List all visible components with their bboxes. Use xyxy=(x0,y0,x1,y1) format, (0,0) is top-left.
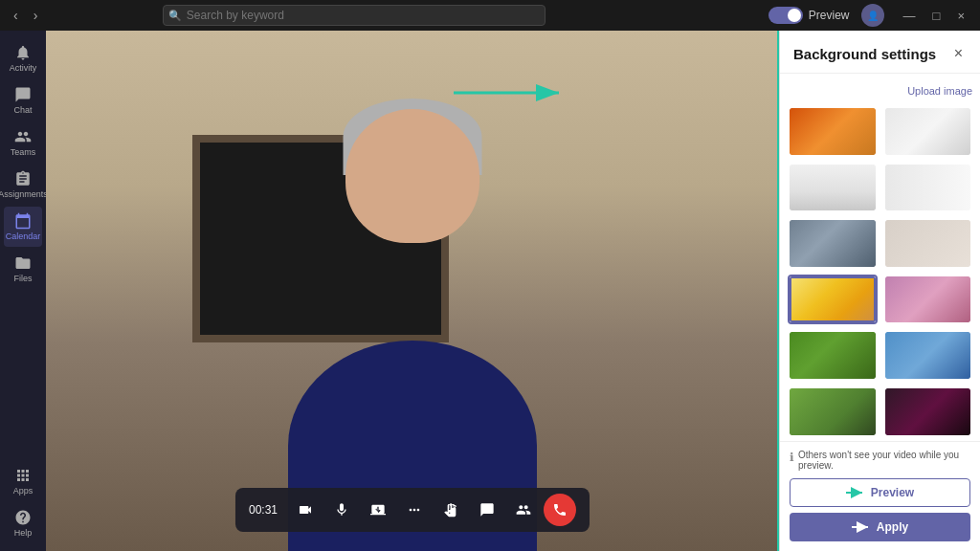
bg-thumb-white-minimal[interactable] xyxy=(788,163,878,213)
sidebar-item-assignments[interactable]: Assignments xyxy=(4,165,42,205)
sidebar-item-calendar-label: Calendar xyxy=(6,231,41,241)
panel-body: Upload image xyxy=(780,74,980,441)
sidebar-item-apps[interactable]: Apps xyxy=(4,461,42,501)
main-container: Activity Chat Teams Assignments Calendar… xyxy=(0,31,980,551)
camera-button[interactable] xyxy=(289,494,322,526)
thumb-orange-inner xyxy=(790,108,876,155)
panel-header: Background settings × xyxy=(780,31,980,74)
bg-thumb-glass-room[interactable] xyxy=(788,218,878,269)
sidebar-item-assignments-label: Assignments xyxy=(0,189,48,199)
apply-btn-label: Apply xyxy=(877,520,908,534)
thumb-minecraft-garden-inner xyxy=(790,332,876,379)
sidebar-item-help-label: Help xyxy=(14,528,33,538)
search-container: 🔍 xyxy=(163,5,546,26)
hangup-button[interactable] xyxy=(544,494,576,526)
panel-close-button[interactable]: × xyxy=(950,44,967,63)
bg-thumb-dark-fantasy[interactable] xyxy=(883,386,973,437)
forward-button[interactable]: › xyxy=(28,6,44,25)
thumb-glass-room-inner xyxy=(790,220,876,267)
thumb-white2-inner xyxy=(885,165,971,211)
bg-thumb-pink-fantasy[interactable] xyxy=(883,275,973,325)
titlebar-right: Preview 👤 — □ × xyxy=(768,4,972,27)
sidebar-item-activity[interactable]: Activity xyxy=(4,38,42,78)
thumb-dark-fantasy-inner xyxy=(885,388,971,435)
arrow-annotation xyxy=(454,78,568,111)
preview-label: Preview xyxy=(809,9,850,22)
maximize-button[interactable]: □ xyxy=(925,7,948,25)
upload-link[interactable]: Upload image xyxy=(907,85,972,97)
bg-thumb-white-room[interactable] xyxy=(883,106,973,157)
info-icon: ℹ xyxy=(790,451,794,464)
titlebar: ‹ › 🔍 Preview 👤 — □ × xyxy=(0,0,980,31)
upload-row: Upload image xyxy=(788,81,972,99)
close-button[interactable]: × xyxy=(949,7,972,25)
sidebar: Activity Chat Teams Assignments Calendar… xyxy=(0,31,46,551)
background-settings-panel: Background settings × Upload image xyxy=(779,31,980,551)
thumb-white-minimal-inner xyxy=(790,165,876,211)
sidebar-item-activity-label: Activity xyxy=(10,63,37,73)
minimize-button[interactable]: — xyxy=(896,7,924,25)
thumb-yellow-art-inner xyxy=(790,276,876,323)
sidebar-item-teams-label: Teams xyxy=(11,147,36,157)
bg-thumb-minecraft-garden[interactable] xyxy=(788,330,878,381)
controls-bar: 00:31 xyxy=(235,488,590,532)
bg-thumb-minecraft-village[interactable] xyxy=(788,386,878,437)
bg-thumb-minecraft-city[interactable] xyxy=(883,330,973,381)
window-controls: — □ × xyxy=(896,7,972,25)
thumb-minecraft-city-inner xyxy=(885,332,971,379)
bg-thumb-orange[interactable] xyxy=(788,106,878,157)
share-button[interactable] xyxy=(362,494,394,526)
sidebar-item-chat[interactable]: Chat xyxy=(4,80,42,121)
thumb-pink-fantasy-inner xyxy=(885,276,971,323)
sidebar-item-files[interactable]: Files xyxy=(4,249,42,289)
thumb-minecraft-village-inner xyxy=(790,388,876,435)
raise-hand-button[interactable] xyxy=(434,494,467,526)
sidebar-item-chat-label: Chat xyxy=(13,105,32,115)
sidebar-item-teams[interactable]: Teams xyxy=(4,122,42,163)
sidebar-item-calendar[interactable]: Calendar xyxy=(4,207,42,247)
search-icon: 🔍 xyxy=(168,10,182,22)
call-timer: 00:31 xyxy=(249,503,278,517)
thumb-white-room-inner xyxy=(885,108,971,155)
sidebar-item-help[interactable]: Help xyxy=(4,503,42,543)
nav-buttons: ‹ › xyxy=(8,6,43,25)
back-button[interactable]: ‹ xyxy=(8,6,24,25)
bg-thumb-yellow-art[interactable] xyxy=(788,275,878,325)
mic-button[interactable] xyxy=(325,494,358,526)
bg-thumb-white2[interactable] xyxy=(883,163,973,213)
thumbnail-grid xyxy=(788,106,972,437)
preview-button[interactable]: Preview xyxy=(790,478,970,507)
panel-footer: ℹ Others won't see your video while you … xyxy=(780,441,980,551)
thumb-light-room-inner xyxy=(885,220,971,267)
avatar[interactable]: 👤 xyxy=(861,4,884,27)
preview-toggle: Preview xyxy=(768,7,850,24)
video-area: 00:31 xyxy=(46,31,779,551)
person-overlay xyxy=(46,31,779,551)
bg-thumb-light-room[interactable] xyxy=(883,218,973,269)
search-input[interactable] xyxy=(163,5,546,26)
sidebar-item-files-label: Files xyxy=(13,274,32,283)
person-head xyxy=(345,109,479,243)
preview-switch[interactable] xyxy=(768,7,803,24)
sidebar-item-apps-label: Apps xyxy=(13,486,33,496)
preview-btn-label: Preview xyxy=(871,486,914,499)
participants-button[interactable] xyxy=(507,494,540,526)
panel-title: Background settings xyxy=(793,46,936,62)
apply-button[interactable]: Apply xyxy=(790,513,970,541)
preview-note: ℹ Others won't see your video while you … xyxy=(790,450,970,471)
chat-button[interactable] xyxy=(471,494,503,526)
more-button[interactable] xyxy=(398,494,431,526)
preview-note-text: Others won't see your video while you pr… xyxy=(798,450,970,471)
footer-buttons: Preview Apply xyxy=(790,478,970,541)
